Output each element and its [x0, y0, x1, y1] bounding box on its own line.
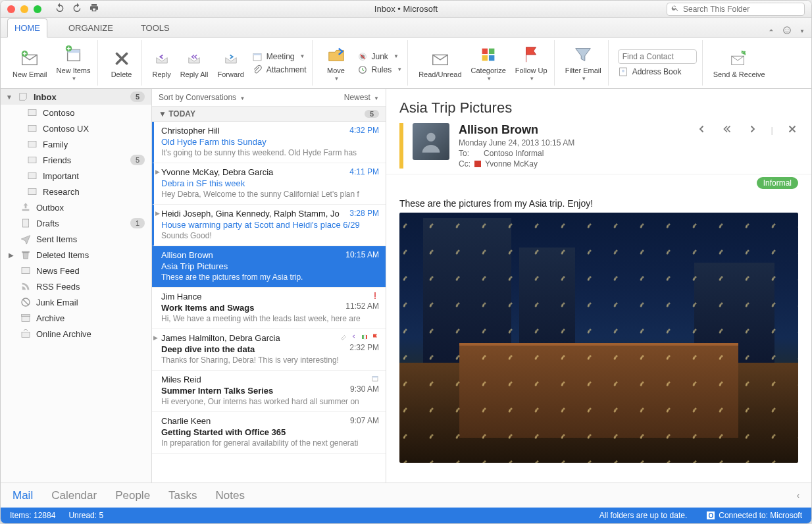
folder-research[interactable]: Research: [1, 184, 151, 199]
print-icon[interactable]: [89, 3, 99, 15]
find-contact-input[interactable]: [618, 49, 697, 64]
category-bar: [399, 123, 403, 169]
folder-archive[interactable]: Archive: [1, 310, 151, 326]
folder-inbox[interactable]: ▼ Inbox 5: [1, 89, 151, 105]
message-from: Allison Brown: [161, 250, 213, 260]
folder-rss[interactable]: RSS Feeds: [1, 278, 151, 294]
svg-rect-35: [362, 335, 364, 339]
meeting-button[interactable]: Meeting▼: [252, 51, 307, 62]
undo-icon[interactable]: [55, 3, 65, 15]
message-time: 10:15 AM: [345, 250, 379, 260]
message-list: Sort by Conversations ▼ Newest ▼ ▼ TODAY…: [152, 89, 386, 483]
folder-deleted[interactable]: ▶Deleted Items: [1, 247, 151, 263]
folder-icon: [27, 186, 38, 197]
svg-rect-9: [253, 53, 261, 55]
delete-button[interactable]: Delete: [107, 47, 136, 80]
svg-point-29: [22, 288, 24, 290]
message-item[interactable]: ▶Yvonne McKay, Debra Garcia4:11 PMDebra …: [152, 163, 386, 205]
close-message-icon[interactable]: [786, 123, 798, 137]
status-connection: Connected to: Microsoft: [719, 511, 802, 520]
outlook-logo-icon: O: [707, 511, 715, 519]
minimize-window-button[interactable]: [20, 5, 28, 13]
folder-news[interactable]: News Feed: [1, 263, 151, 278]
message-time: 2:32 PM: [349, 343, 379, 354]
categorize-button[interactable]: Categorize▼: [470, 43, 507, 83]
next-message-icon[interactable]: [746, 123, 758, 137]
message-item[interactable]: Christopher Hill4:32 PMOld Hyde Farm thi…: [152, 122, 386, 163]
folder-outbox[interactable]: Outbox: [1, 199, 151, 215]
group-header-today[interactable]: ▼ TODAY 5: [152, 107, 386, 122]
message-preview: These are the pictures from my Asia trip…: [161, 273, 379, 282]
svg-point-2: [788, 29, 788, 30]
collapse-ribbon-icon[interactable]: [767, 26, 776, 37]
folder-drafts[interactable]: Drafts1: [1, 215, 151, 231]
svg-rect-21: [28, 109, 36, 115]
folder-family[interactable]: Family: [1, 136, 151, 152]
address-book-button[interactable]: Address Book: [618, 66, 697, 77]
close-window-button[interactable]: [7, 5, 15, 13]
message-item[interactable]: Miles ReidSummer Intern Talks Series9:30…: [152, 371, 386, 412]
rss-icon: [20, 281, 31, 292]
svg-rect-23: [28, 141, 36, 147]
folder-junk[interactable]: Junk Email: [1, 294, 151, 310]
message-item[interactable]: ▶Heidi Joseph, Gina Kennedy, Ralph Stamm…: [152, 205, 386, 246]
message-subject: Asia Trip Pictures: [386, 89, 811, 123]
search-box[interactable]: [667, 3, 805, 16]
message-item[interactable]: Allison Brown10:15 AMAsia Trip PicturesT…: [152, 246, 386, 288]
nav-people[interactable]: People: [115, 489, 150, 502]
reply-all-icon[interactable]: [721, 123, 733, 137]
follow-up-button[interactable]: Follow Up▼: [514, 43, 549, 83]
junk-button[interactable]: Junk▼: [357, 51, 403, 62]
read-unread-button[interactable]: Read/Unread: [417, 47, 463, 80]
redo-icon[interactable]: [72, 3, 82, 15]
chevron-down-icon: ▼: [6, 93, 13, 101]
folder-friends[interactable]: Friends5: [1, 152, 151, 168]
folder-sidebar: ▼ Inbox 5 Contoso Contoso UX Family Frie…: [1, 89, 152, 483]
nav-mail[interactable]: Mail: [13, 489, 33, 502]
tab-tools[interactable]: TOOLS: [134, 19, 176, 37]
svg-rect-16: [482, 55, 488, 61]
folder-important[interactable]: Important: [1, 168, 151, 184]
message-body-text: These are the pictures from my Asia trip…: [386, 192, 811, 213]
order-button[interactable]: Newest ▼: [344, 93, 379, 102]
svg-point-0: [784, 27, 791, 34]
svg-point-19: [622, 69, 624, 72]
expand-nav-icon[interactable]: ‹: [797, 490, 799, 500]
svg-rect-26: [28, 188, 36, 194]
move-button[interactable]: Move▼: [322, 43, 351, 83]
tab-organize[interactable]: ORGANIZE: [62, 19, 120, 37]
chevron-down-icon: ▼: [159, 109, 166, 118]
new-items-button[interactable]: New Items▼: [55, 43, 92, 83]
folder-online-archive[interactable]: Online Archive: [1, 326, 151, 342]
svg-point-40: [426, 133, 435, 142]
nav-calendar[interactable]: Calendar: [51, 489, 97, 502]
smiley-icon[interactable]: [782, 26, 792, 37]
sort-button[interactable]: Sort by Conversations ▼: [159, 93, 245, 102]
message-item[interactable]: Charlie Keen9:07 AMGetting Started with …: [152, 412, 386, 454]
tab-home[interactable]: HOME: [7, 18, 47, 38]
nav-notes[interactable]: Notes: [216, 489, 245, 502]
attachment-button[interactable]: Attachment: [252, 65, 307, 75]
maximize-window-button[interactable]: [34, 5, 41, 13]
forward-button[interactable]: Forward: [216, 47, 245, 80]
send-receive-button[interactable]: Send & Receive: [712, 47, 767, 80]
reply-all-button[interactable]: Reply All: [179, 47, 210, 80]
svg-point-34: [374, 298, 376, 299]
filter-email-button[interactable]: Filter Email▼: [564, 43, 603, 83]
search-input[interactable]: [683, 5, 800, 14]
rules-button[interactable]: Rules▼: [357, 65, 403, 75]
thread-chevron-icon: ▶: [153, 334, 158, 341]
message-item[interactable]: Jim HanceWork Items and Swags11:52 AMHi,…: [152, 288, 386, 329]
message-time: 4:11 PM: [349, 167, 379, 177]
prev-message-icon[interactable]: [696, 123, 708, 137]
folder-contoso[interactable]: Contoso: [1, 105, 151, 120]
message-item[interactable]: ▶James Halmilton, Debra GarciaDeep dive …: [152, 329, 386, 371]
nav-tasks[interactable]: Tasks: [168, 489, 197, 502]
folder-contoso-ux[interactable]: Contoso UX: [1, 120, 151, 136]
sender-avatar: [413, 123, 449, 160]
new-email-button[interactable]: New Email: [11, 47, 49, 80]
folder-sent[interactable]: Sent Items: [1, 231, 151, 247]
reply-button[interactable]: Reply: [151, 47, 172, 80]
category-pill[interactable]: Informal: [757, 177, 798, 189]
chevron-down-icon[interactable]: ▼: [799, 28, 805, 34]
